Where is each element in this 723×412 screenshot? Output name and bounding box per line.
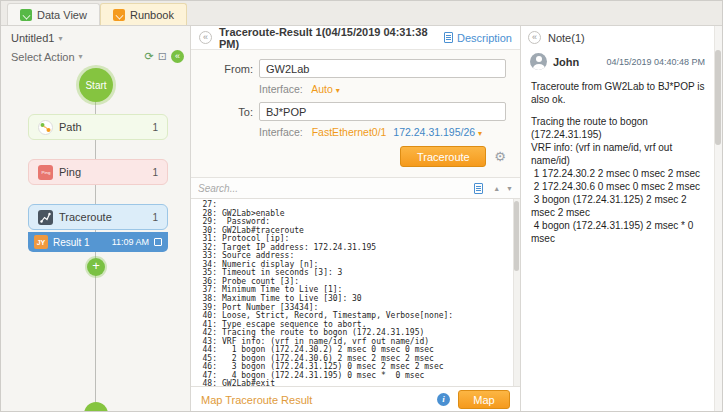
note-title: Note(1) [548,32,585,44]
path-node[interactable]: Path 1 [28,114,168,140]
path-icon [38,120,53,135]
settings-gear-icon[interactable]: ⚙ [494,149,506,164]
select-action-row: Select Action ▾ ⟳ ⊡ « [1,48,190,65]
map-button[interactable]: Map [458,390,510,409]
ping-node[interactable]: Ping Ping 1 [28,159,168,185]
note-panel: « Note(1) John 04/15/2019 04:40:48 PM Tr… [521,26,722,412]
export-icon[interactable] [474,183,483,194]
terminal-scrollbar[interactable] [513,199,520,386]
tab-runbook[interactable]: Runbook [100,3,187,25]
end-node-partial[interactable] [84,402,108,412]
chevron-down-icon[interactable]: ▾ [79,52,83,61]
traceroute-node-count: 1 [152,212,158,223]
path-node-label: Path [59,121,82,133]
fit-view-icon[interactable]: ⊡ [158,50,167,63]
tab-bar: Data View Runbook [1,1,722,26]
traceroute-result-item[interactable]: JY Result 1 11:09 AM [28,232,168,252]
path-node-count: 1 [152,122,158,133]
ping-node-label: Ping [59,166,81,178]
user-initials-badge: JY [34,235,48,249]
note-timestamp: 04/15/2019 04:40:48 PM [606,57,713,67]
description-icon [444,32,453,43]
runbook-flow-panel: Untitled1 ▾ Select Action ▾ ⟳ ⊡ « Start … [1,26,191,412]
result-time: 11:09 AM [112,237,149,247]
output-search-bar: ▲ ▼ [191,178,520,199]
refresh-icon[interactable]: ⟳ [145,50,154,63]
tab-runbook-label: Runbook [130,9,174,21]
map-result-label: Map Traceroute Result [201,394,312,406]
to-interface-ip[interactable]: 172.24.31.195/26 [393,126,475,138]
from-interface-dropdown[interactable]: Auto [311,83,333,95]
search-next-icon[interactable]: ▼ [506,185,513,192]
ping-icon: Ping [38,165,53,180]
to-input[interactable] [259,102,506,121]
note-scrollbar[interactable] [714,26,722,412]
traceroute-icon [38,210,53,225]
result-header: « Traceroute-Result 1(04/15/2019 04:31:3… [191,26,520,50]
result-note-icon [154,238,162,246]
tab-data-view[interactable]: Data View [7,3,100,25]
note-body: Traceroute from GW2Lab to BJ*POP is also… [521,72,722,245]
app-window: Data View Runbook Untitled1 ▾ Select Act… [0,0,723,412]
description-link[interactable]: Description [444,32,512,44]
data-view-icon [20,9,32,21]
result-title: Traceroute-Result 1(04/15/2019 04:31:38 … [219,26,430,50]
result-label: Result 1 [53,237,90,248]
note-author: John [553,56,579,68]
terminal-lines: 27:28:GW2Lab>enable29: Password:30:GW2La… [193,201,510,386]
collapse-panel-icon[interactable]: « [199,31,212,44]
avatar [530,53,547,70]
scrollbar-thumb[interactable] [514,201,519,271]
select-action-label[interactable]: Select Action [11,51,75,63]
runbook-icon [113,9,125,21]
note-header: « Note(1) [521,26,722,49]
ping-node-count: 1 [152,167,158,178]
result-footer: Map Traceroute Result i Map [191,386,520,412]
search-prev-icon[interactable]: ▲ [493,185,500,192]
search-input[interactable] [198,183,468,194]
traceroute-button[interactable]: Traceroute [400,146,486,167]
interface-label: Interface: [259,126,303,138]
to-interface-row: Interface: FastEthernet0/1 172.24.31.195… [259,126,506,138]
to-interface-dropdown[interactable]: FastEthernet0/1 [312,126,387,138]
tab-data-view-label: Data View [37,9,87,21]
collapse-note-panel-icon[interactable]: « [528,31,541,44]
traceroute-result-panel: « Traceroute-Result 1(04/15/2019 04:31:3… [191,26,521,412]
traceroute-form: From: Interface: Auto ▾ To: Interface: F… [191,50,520,178]
info-icon[interactable]: i [437,393,450,406]
runbook-title-dropdown[interactable]: Untitled1 ▾ [1,26,190,48]
collapse-left-panel-icon[interactable]: « [171,50,184,63]
chevron-down-icon: ▾ [58,34,62,43]
terminal-output[interactable]: 27:28:GW2Lab>enable29: Password:30:GW2La… [191,199,520,386]
from-interface-row: Interface: Auto ▾ [259,83,506,95]
start-node[interactable]: Start [79,68,113,102]
chevron-down-icon[interactable]: ▾ [478,129,482,138]
to-label: To: [211,106,253,118]
note-author-row: John 04/15/2019 04:40:48 PM [521,49,722,72]
from-input[interactable] [259,59,506,78]
traceroute-node-label: Traceroute [59,211,112,223]
scrollbar-thumb[interactable] [715,50,721,145]
interface-label: Interface: [259,83,303,95]
chevron-down-icon[interactable]: ▾ [336,86,340,95]
add-action-button[interactable]: + [87,258,105,276]
traceroute-node[interactable]: Traceroute 1 [28,204,168,230]
from-label: From: [211,63,253,75]
runbook-title: Untitled1 [11,32,54,44]
